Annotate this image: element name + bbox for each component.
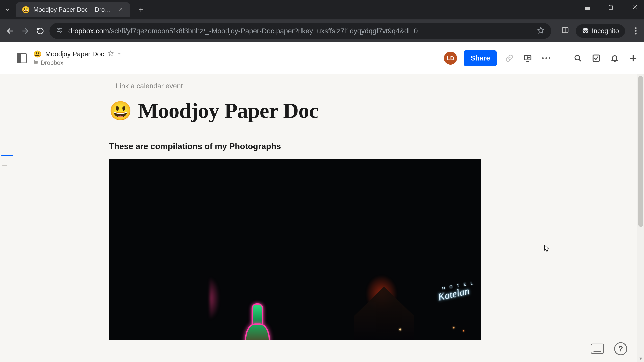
- document-inner: +Link a calendar event 😃 Moodjoy Paper D…: [109, 74, 483, 340]
- svg-line-24: [579, 59, 580, 61]
- svg-point-11: [60, 31, 62, 32]
- favorite-star-icon[interactable]: [108, 50, 114, 58]
- svg-rect-13: [562, 27, 568, 33]
- url-text: dropbox.com/scl/fi/yf7qezomoon5fk8l3bnhz…: [68, 27, 532, 35]
- doc-menu-chevron-icon[interactable]: [117, 51, 122, 57]
- incognito-chip[interactable]: Incognito: [576, 24, 625, 38]
- svg-point-16: [583, 31, 585, 33]
- browser-tab[interactable]: 😃 Moodjoy Paper Doc – Dropbox: [16, 2, 130, 17]
- tab-strip: 😃 Moodjoy Paper Doc – Dropbox +: [0, 0, 644, 19]
- notifications-bell-icon[interactable]: [609, 52, 620, 64]
- paper-header: 😃 Moodjoy Paper Doc Dropbox: [0, 42, 644, 74]
- avatar[interactable]: LD: [444, 52, 457, 65]
- window-controls: [582, 3, 640, 13]
- doc-meta-title-row: 😃 Moodjoy Paper Doc: [33, 50, 122, 58]
- svg-marker-12: [538, 27, 544, 33]
- photo-glow-left: [210, 277, 220, 320]
- search-icon[interactable]: [572, 52, 584, 64]
- doc-name[interactable]: Moodjoy Paper Doc: [45, 50, 104, 58]
- scrollbar-down-arrow-icon[interactable]: ▾: [637, 356, 644, 361]
- doc-subtitle[interactable]: These are compilations of my Photographs: [109, 141, 483, 151]
- svg-point-17: [586, 31, 588, 33]
- folder-icon: [33, 60, 38, 66]
- embedded-image[interactable]: H O T E L Katelan: [109, 159, 481, 340]
- window-minimize-button[interactable]: [582, 3, 593, 13]
- breadcrumb[interactable]: Dropbox: [33, 59, 122, 66]
- browser-menu-button[interactable]: [632, 27, 640, 34]
- new-tab-button[interactable]: +: [138, 5, 144, 14]
- bottom-right-floaters: ?: [591, 342, 627, 355]
- help-button[interactable]: ?: [614, 342, 627, 355]
- toggle-sidebar-button[interactable]: [17, 53, 27, 63]
- present-icon[interactable]: [522, 52, 534, 64]
- photo-building-silhouette: [354, 287, 414, 340]
- header-separator: [562, 52, 562, 64]
- title-emoji-icon[interactable]: 😃: [109, 102, 132, 120]
- svg-marker-21: [527, 57, 529, 58]
- photo-light-dot: [453, 327, 454, 329]
- window-maximize-button[interactable]: [606, 3, 617, 13]
- scrollbar-thumb[interactable]: [638, 76, 643, 227]
- toolbar-right: Incognito: [561, 24, 640, 38]
- side-panel-icon[interactable]: [561, 26, 569, 36]
- back-button[interactable]: [4, 25, 16, 37]
- tab-close-button[interactable]: [117, 5, 125, 14]
- vertical-scrollbar[interactable]: ▾: [637, 74, 644, 362]
- site-settings-icon[interactable]: [56, 27, 63, 35]
- page-title[interactable]: Moodjoy Paper Doc: [138, 98, 318, 123]
- copy-link-icon[interactable]: [504, 52, 515, 64]
- doc-title-row: 😃 Moodjoy Paper Doc: [109, 98, 483, 123]
- plus-icon: +: [109, 82, 113, 90]
- paper-header-right: LD Share: [444, 50, 639, 66]
- photo-light-dot: [399, 329, 401, 331]
- svg-marker-19: [108, 51, 113, 55]
- doc-emoji-icon[interactable]: 😃: [33, 50, 42, 58]
- link-calendar-label: Link a calendar event: [116, 82, 183, 90]
- breadcrumb-folder: Dropbox: [40, 59, 64, 66]
- tab-favicon-icon: 😃: [22, 6, 30, 13]
- bookmark-star-icon[interactable]: [537, 26, 544, 35]
- tasks-icon[interactable]: [590, 52, 602, 64]
- window-close-button[interactable]: [629, 3, 640, 13]
- paper-header-left: 😃 Moodjoy Paper Doc Dropbox: [17, 50, 122, 66]
- tab-title: Moodjoy Paper Doc – Dropbox: [33, 6, 112, 13]
- photo-neon-bottle: [242, 303, 273, 340]
- doc-meta: 😃 Moodjoy Paper Doc Dropbox: [33, 50, 122, 66]
- url-path: /scl/fi/yf7qezomoon5fk8l3bnhz/_-Moodjoy-…: [109, 27, 418, 35]
- incognito-label: Incognito: [592, 27, 619, 35]
- keyboard-shortcuts-icon[interactable]: [591, 344, 604, 354]
- photo-light-dot: [463, 330, 464, 332]
- forward-button[interactable]: [19, 25, 31, 37]
- reload-button[interactable]: [34, 25, 46, 37]
- address-bar[interactable]: dropbox.com/scl/fi/yf7qezomoon5fk8l3bnhz…: [50, 23, 551, 39]
- create-new-icon[interactable]: [627, 52, 639, 64]
- incognito-icon: [582, 26, 589, 35]
- browser-toolbar: dropbox.com/scl/fi/yf7qezomoon5fk8l3bnhz…: [0, 19, 644, 42]
- browser-chrome: 😃 Moodjoy Paper Doc – Dropbox + dropbox.…: [0, 0, 644, 42]
- link-calendar-event[interactable]: +Link a calendar event: [109, 81, 483, 98]
- more-options-button[interactable]: [540, 56, 552, 61]
- svg-rect-1: [609, 6, 612, 9]
- svg-rect-15: [582, 30, 588, 30]
- svg-point-10: [58, 28, 60, 29]
- paper-app: 😃 Moodjoy Paper Doc Dropbox: [0, 42, 644, 362]
- document-canvas[interactable]: +Link a calendar event 😃 Moodjoy Paper D…: [0, 74, 637, 362]
- tab-search-chevron-icon[interactable]: [2, 5, 12, 14]
- share-button[interactable]: Share: [464, 50, 497, 66]
- url-domain: dropbox.com: [68, 27, 109, 35]
